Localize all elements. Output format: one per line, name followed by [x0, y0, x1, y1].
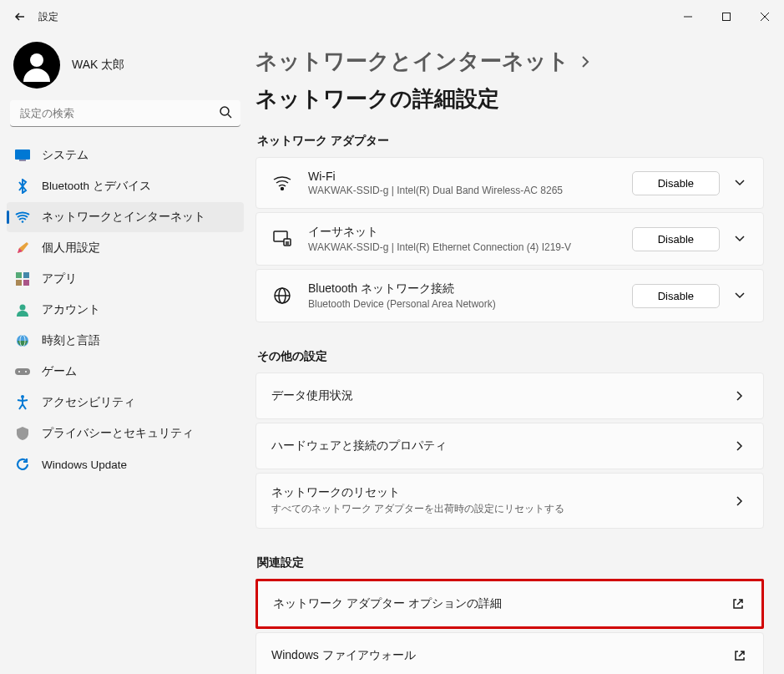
adapter-title: Wi-Fi [308, 170, 632, 183]
minimize-icon [684, 13, 692, 21]
sidebar-item-bluetooth[interactable]: Bluetooth とデバイス [7, 171, 244, 201]
sidebar-item-update[interactable]: Windows Update [7, 449, 244, 479]
apps-icon [15, 271, 30, 286]
sidebar: WAK 太郎 システム Bluetooth とデバイス ネットワークとインターネ… [0, 33, 250, 674]
avatar [13, 42, 60, 89]
svg-point-11 [20, 305, 26, 311]
adapter-title: Bluetooth ネットワーク接続 [308, 281, 632, 296]
accounts-icon [15, 302, 30, 317]
expand-button[interactable] [731, 290, 748, 302]
bluetooth-icon [15, 179, 30, 194]
expand-button[interactable] [731, 177, 748, 189]
row-title: ネットワークのリセット [271, 485, 731, 500]
adapter-sub: WAKWAK-SSID-g | Intel(R) Ethernet Connec… [308, 241, 632, 253]
chevron-right-icon [734, 390, 746, 402]
sidebar-item-label: ゲーム [42, 364, 77, 379]
update-icon [15, 457, 30, 472]
svg-rect-1 [723, 13, 731, 21]
back-button[interactable] [8, 5, 32, 28]
sidebar-item-accessibility[interactable]: アクセシビリティ [7, 388, 244, 418]
adapter-ethernet-row[interactable]: イーサネット WAKWAK-SSID-g | Intel(R) Ethernet… [255, 212, 764, 266]
user-block[interactable]: WAK 太郎 [7, 38, 244, 100]
adapter-options-row[interactable]: ネットワーク アダプター オプションの詳細 [255, 579, 764, 629]
row-title: ネットワーク アダプター オプションの詳細 [273, 596, 730, 611]
adapter-sub: Bluetooth Device (Personal Area Network) [308, 298, 632, 310]
nav-list: システム Bluetooth とデバイス ネットワークとインターネット 個人用設… [7, 140, 244, 479]
adapter-bluetooth-row[interactable]: Bluetooth ネットワーク接続 Bluetooth Device (Per… [255, 269, 764, 322]
disable-button[interactable]: Disable [632, 284, 720, 308]
section-related-title: 関連設定 [257, 555, 764, 570]
svg-point-17 [21, 395, 24, 398]
sidebar-item-apps[interactable]: アプリ [7, 264, 244, 294]
data-usage-row[interactable]: データ使用状況 [255, 372, 764, 419]
svg-rect-5 [19, 160, 26, 161]
sidebar-item-privacy[interactable]: プライバシーとセキュリティ [7, 418, 244, 448]
nav-arrow [731, 440, 748, 452]
minimize-button[interactable] [669, 0, 707, 33]
svg-rect-10 [23, 280, 29, 286]
svg-point-3 [220, 107, 229, 115]
svg-point-6 [22, 220, 24, 223]
breadcrumb-parent[interactable]: ネットワークとインターネット [255, 47, 569, 76]
chevron-right-icon [578, 54, 593, 69]
svg-point-15 [18, 371, 20, 372]
svg-point-16 [25, 371, 27, 372]
sidebar-item-label: システム [42, 148, 89, 163]
expand-button[interactable] [731, 233, 748, 245]
row-sub: すべてのネットワーク アダプターを出荷時の設定にリセットする [271, 502, 731, 516]
sidebar-item-label: アカウント [42, 302, 100, 317]
svg-rect-8 [23, 272, 29, 278]
time-icon [15, 333, 30, 348]
sidebar-item-gaming[interactable]: ゲーム [7, 357, 244, 387]
close-button[interactable] [746, 0, 784, 33]
sidebar-item-label: 時刻と言語 [42, 333, 100, 348]
svg-point-2 [30, 53, 43, 67]
sidebar-item-label: アクセシビリティ [42, 395, 135, 410]
ethernet-icon [271, 231, 293, 247]
breadcrumb: ネットワークとインターネット ネットワークの詳細設定 [255, 47, 764, 114]
avatar-icon [20, 48, 53, 82]
sidebar-item-system[interactable]: システム [7, 140, 244, 170]
row-title: Windows ファイアウォール [271, 648, 731, 663]
adapter-title: イーサネット [308, 225, 632, 240]
accessibility-icon [15, 395, 30, 410]
svg-rect-7 [16, 272, 22, 278]
external-link-icon [734, 650, 746, 661]
sidebar-item-network[interactable]: ネットワークとインターネット [7, 202, 244, 232]
chevron-down-icon [734, 177, 746, 189]
titlebar: 設定 [0, 0, 784, 33]
svg-rect-4 [15, 149, 30, 160]
gaming-icon [15, 364, 30, 379]
maximize-button[interactable] [707, 0, 746, 33]
maximize-icon [722, 13, 731, 21]
sidebar-item-personalization[interactable]: 個人用設定 [7, 233, 244, 263]
sidebar-item-label: Windows Update [42, 459, 127, 471]
personalization-icon [15, 241, 30, 256]
svg-point-18 [281, 188, 284, 190]
adapter-wifi-row[interactable]: Wi-Fi WAKWAK-SSID-g | Intel(R) Dual Band… [255, 157, 764, 209]
network-reset-row[interactable]: ネットワークのリセット すべてのネットワーク アダプターを出荷時の設定にリセット… [255, 473, 764, 529]
search-wrapper [10, 100, 240, 127]
chevron-right-icon [734, 495, 746, 507]
sidebar-item-time[interactable]: 時刻と言語 [7, 326, 244, 356]
back-arrow-icon [14, 11, 26, 23]
section-other-title: その他の設定 [257, 349, 764, 364]
sidebar-item-accounts[interactable]: アカウント [7, 295, 244, 325]
disable-button[interactable]: Disable [632, 171, 720, 195]
adapter-sub: WAKWAK-SSID-g | Intel(R) Dual Band Wirel… [308, 185, 632, 196]
sidebar-item-label: 個人用設定 [42, 241, 100, 256]
disable-button[interactable]: Disable [632, 227, 720, 251]
svg-rect-14 [15, 368, 30, 375]
external-link-icon [732, 598, 744, 610]
sidebar-item-label: Bluetooth とデバイス [42, 179, 151, 194]
chevron-down-icon [734, 290, 746, 302]
hw-properties-row[interactable]: ハードウェアと接続のプロパティ [255, 423, 764, 469]
network-icon [15, 210, 30, 225]
search-input[interactable] [10, 100, 240, 127]
page-title: ネットワークの詳細設定 [255, 84, 499, 114]
firewall-row[interactable]: Windows ファイアウォール [255, 632, 764, 674]
chevron-down-icon [734, 233, 746, 245]
privacy-icon [15, 426, 30, 441]
search-icon [220, 106, 232, 121]
nav-arrow [731, 390, 748, 402]
